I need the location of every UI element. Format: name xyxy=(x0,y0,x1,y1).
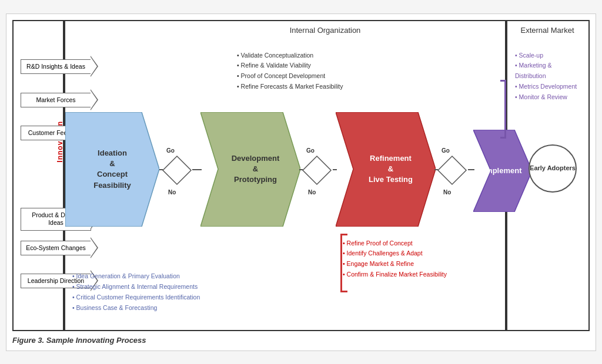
ext-bullets: Scale-up Marketing & Distribution Metric… xyxy=(515,50,583,103)
red-bracket-bot xyxy=(340,291,347,292)
refinement-label: Refinement&Live Testing xyxy=(359,153,423,186)
red-bullet-2: Identify Challenges & Adapt xyxy=(343,248,447,259)
connector-6 xyxy=(468,169,474,170)
ideation-shape: Ideation&ConceptFeasibility xyxy=(65,112,159,227)
svg-marker-3 xyxy=(303,156,331,184)
development-label: Development&Prototyping xyxy=(220,153,291,186)
early-adopters-circle: Early Adopters xyxy=(529,144,577,193)
top-bullet-1: Validate Conceptualization xyxy=(237,50,343,61)
diamond-1 xyxy=(162,155,192,188)
connector-1 xyxy=(159,169,163,170)
purple-bracket-top xyxy=(500,80,506,82)
ideation-label: Ideation&ConceptFeasibility xyxy=(80,148,145,191)
ext-bullet-1: Scale-up xyxy=(515,50,583,61)
diagram: Internal Organization External Market In… xyxy=(12,20,590,331)
figure-caption: Figure 3. Sample Innovating Process xyxy=(12,336,590,345)
input-arrow-eco: Eco-System Changes xyxy=(21,241,91,256)
diamond-2 xyxy=(302,155,332,188)
svg-marker-1 xyxy=(163,156,191,184)
arrow-label-rnd: R&D Insights & Ideas xyxy=(26,63,85,70)
ext-bullet-2: Marketing & Distribution xyxy=(515,60,583,82)
implement-label: Implement xyxy=(479,165,526,176)
purple-bracket-bot xyxy=(500,137,506,139)
red-bullets: Refine Proof of Concept Identify Challen… xyxy=(343,238,447,280)
diamond-3 xyxy=(437,155,467,188)
top-bullet-2: Refine & Validate Viability xyxy=(237,60,343,71)
development-shape: Development&Prototyping xyxy=(200,112,300,227)
go-label-3: Go xyxy=(442,147,450,154)
ext-bullet-4: Monitor & Review xyxy=(515,92,583,103)
svg-marker-5 xyxy=(438,156,466,184)
go-label-2: Go xyxy=(306,147,315,154)
no-label-2: No xyxy=(308,189,316,196)
internal-org-label: Internal Organization xyxy=(237,26,413,35)
red-bullet-3: Engage Market & Refine xyxy=(343,259,447,269)
early-adopters-label: Early Adopters xyxy=(530,164,576,172)
external-market-label: External Market xyxy=(512,26,583,35)
bottom-bullet-3: Critical Customer Requirements Identific… xyxy=(72,292,200,303)
red-bullet-1: Refine Proof of Concept xyxy=(343,238,447,249)
top-bullets: Validate Conceptualization Refine & Vali… xyxy=(237,50,343,92)
bottom-bullets: Idea Generation & Primary Evaluation Str… xyxy=(72,271,200,313)
connector-4 xyxy=(333,169,337,170)
top-bullet-3: Proof of Concept Development xyxy=(237,71,343,82)
purple-bracket-vert xyxy=(504,80,506,139)
red-bullet-4: Confirm & Finalize Market Feasibility xyxy=(343,269,447,280)
bottom-bullet-4: Business Case & Forecasting xyxy=(72,303,200,314)
go-label-1: Go xyxy=(166,147,175,154)
arrow-label-eco: Eco-System Changes xyxy=(26,244,86,251)
red-bracket-top xyxy=(340,234,347,235)
input-arrow-market: Market Forces xyxy=(21,93,91,108)
red-bracket-vert xyxy=(340,234,342,292)
page-container: Internal Organization External Market In… xyxy=(6,14,596,351)
no-label-1: No xyxy=(168,189,176,196)
ext-bullet-3: Metrics Development xyxy=(515,82,583,92)
implement-shape: Implement xyxy=(473,130,532,212)
connector-3 xyxy=(299,169,303,170)
input-arrow-rnd: R&D Insights & Ideas xyxy=(21,59,91,75)
refinement-shape: Refinement&Live Testing xyxy=(336,112,436,227)
connector-5 xyxy=(434,169,438,170)
top-bullet-4: Refine Forecasts & Market Feasibility xyxy=(237,82,343,92)
bottom-bullet-1: Idea Generation & Primary Evaluation xyxy=(72,271,200,282)
connector-2 xyxy=(192,169,202,170)
bottom-bullet-2: Strategic Alignment & Internal Requireme… xyxy=(72,282,200,292)
no-label-3: No xyxy=(443,189,451,196)
arrow-label-market: Market Forces xyxy=(36,96,75,103)
